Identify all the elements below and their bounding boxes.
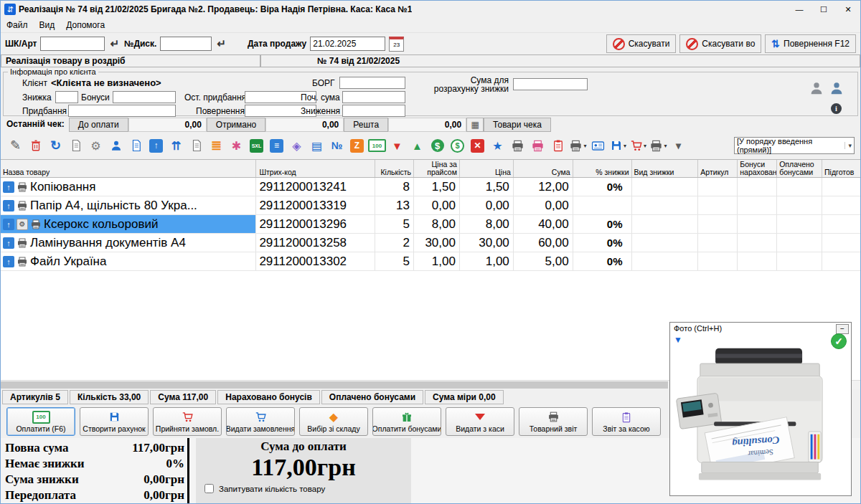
photo-panel: Фото (Ctrl+H) − ▼ ✓ Consulting Seminar	[669, 322, 852, 496]
sort-order-select[interactable]: [У порядку введення (прямий)]	[734, 137, 855, 154]
close-button[interactable]: ✕	[836, 1, 860, 18]
upload-icon[interactable]: ↑	[147, 137, 165, 155]
dollar-outline-icon[interactable]: $	[448, 137, 466, 155]
accept-order-button[interactable]: Прийняти замовл.	[153, 407, 222, 436]
item-name: Файл Україна	[30, 255, 106, 269]
minimize-button[interactable]: —	[787, 1, 811, 18]
settings-icon[interactable]: ⚙	[87, 137, 105, 155]
top-toolbar: ШК/Арт ↵ №Диск. ↵ Дата продажу 23 Скасув…	[1, 33, 860, 54]
menu-help[interactable]: Допомога	[60, 19, 110, 32]
pick-from-stock-button[interactable]: ◆ Вибір зі складу	[299, 407, 368, 436]
photo-download-icon[interactable]: ▼	[674, 335, 682, 345]
scrollbar-thumb[interactable]	[1, 381, 668, 389]
number-icon[interactable]: №	[328, 137, 346, 155]
bonus-field[interactable]	[113, 91, 176, 103]
print-report-menu-icon[interactable]	[649, 137, 667, 155]
cash-register-report-button[interactable]: Звіт за касою	[592, 407, 661, 436]
client-male-icon[interactable]	[809, 80, 824, 96]
tags-icon[interactable]: ◈	[288, 137, 306, 155]
row-upload-icon: ↑	[3, 237, 14, 249]
printer-icon	[547, 411, 560, 423]
item-qty: 5	[375, 252, 414, 270]
pay-button[interactable]: 100 Оплатити (F6)	[6, 407, 75, 436]
cancel-x-icon[interactable]: ✕	[469, 137, 486, 155]
refresh-icon[interactable]: ↻	[47, 137, 65, 155]
col-discount-type: Вид знижки	[632, 160, 699, 177]
journal-icon[interactable]	[67, 137, 85, 155]
save-menu-icon[interactable]	[609, 137, 627, 155]
cash-out-icon[interactable]: ▼	[388, 137, 406, 155]
row-printer-icon	[17, 237, 28, 249]
client-card-icon[interactable]	[589, 137, 607, 155]
table-row[interactable]: ↑ Папір А4, щільність 80 Укра... 2911200…	[1, 196, 860, 215]
star-burst-icon[interactable]: ✱	[227, 137, 245, 155]
discount-sum-value: 0,00грн	[144, 472, 184, 488]
menu-view[interactable]: Вид	[34, 19, 61, 32]
maximize-button[interactable]: ☐	[811, 1, 836, 18]
photo-minimize-button[interactable]: −	[836, 324, 849, 334]
goods-report-button[interactable]: Товарний звіт	[519, 407, 588, 436]
excel-export-icon[interactable]: SXL	[248, 137, 265, 155]
item-barcode: 2911200013302	[256, 252, 375, 270]
pay-bonuses-button[interactable]: Оплатити бонусами	[372, 407, 441, 436]
documents-icon[interactable]: ▤	[308, 137, 326, 155]
reduction-field[interactable]	[342, 105, 405, 117]
print-label-icon[interactable]	[529, 137, 547, 155]
window-title: Реалізація № 74 від 21/02/2025 Бригада №…	[19, 4, 412, 14]
cancel-icon	[686, 38, 698, 50]
item-name: Ламінування документів А4	[30, 236, 186, 250]
tasks-icon[interactable]	[549, 137, 567, 155]
return-f12-button[interactable]: ⇅ Повернення F12	[765, 34, 856, 53]
dollar-icon[interactable]: $	[428, 137, 446, 155]
delete-icon[interactable]	[27, 137, 44, 155]
cancel-return-button[interactable]: Скасувати во	[679, 34, 761, 53]
debt-field[interactable]	[339, 77, 405, 89]
issue-order-button[interactable]: Видати замовлення	[226, 407, 295, 436]
discount-card-input[interactable]	[160, 37, 212, 51]
create-invoice-button[interactable]: Створити рахунок	[80, 407, 149, 436]
sale-date-input[interactable]	[310, 37, 385, 51]
item-discount: 0%	[573, 252, 632, 270]
product-photo-printer: Consulting Seminar	[674, 344, 847, 493]
banknote-icon[interactable]: 100	[368, 137, 386, 155]
table-row[interactable]: ↑ Ламінування документів А4 291120001325…	[1, 234, 860, 252]
purchases-field[interactable]	[68, 105, 176, 117]
check-items-button[interactable]: Товари чека	[484, 118, 551, 132]
menu-file[interactable]: Файл	[1, 19, 34, 32]
calendar-icon[interactable]: 23	[389, 37, 404, 52]
col-name: Назва товару	[1, 160, 256, 177]
discount-field[interactable]	[55, 91, 78, 103]
new-document-icon[interactable]	[127, 137, 145, 155]
list-icon[interactable]: ≡	[268, 137, 286, 155]
client-female-icon[interactable]	[829, 80, 844, 96]
edit-icon[interactable]: ✎	[6, 137, 24, 155]
client-icon[interactable]	[107, 137, 125, 155]
status-sum: Сума 117,00	[150, 390, 216, 404]
sku-input[interactable]	[40, 37, 105, 51]
cancel-icon	[613, 38, 625, 50]
table-row[interactable]: ↑ Файл Україна 2911200013302 5 1,00 1,00…	[1, 252, 860, 271]
status-articles: Артикулів 5	[2, 390, 68, 404]
z-report-icon[interactable]: Z	[348, 137, 366, 155]
discount-calc-field[interactable]	[513, 78, 588, 90]
ask-quantity-checkbox[interactable]	[204, 484, 214, 493]
print-menu-icon[interactable]	[569, 137, 587, 155]
layers-icon[interactable]: ≣	[207, 137, 225, 155]
col-article: Артикул	[698, 160, 738, 177]
table-row[interactable]: ↑ Копіювання 2911200013241 8 1,50 1,50 1…	[1, 178, 860, 196]
cash-withdraw-button[interactable]: Видати з каси	[446, 407, 514, 436]
print-icon[interactable]	[509, 137, 527, 155]
sort-arrows-icon[interactable]: ⇈	[167, 137, 185, 155]
start-sum-field[interactable]	[342, 91, 405, 103]
row-upload-icon: ↑	[3, 219, 14, 230]
more-menu-icon[interactable]: ▾	[669, 137, 687, 155]
info-icon[interactable]: i	[831, 103, 842, 114]
col-list-price: Ціна за прайсом	[414, 160, 460, 177]
cash-in-icon[interactable]: ▲	[408, 137, 426, 155]
cart-menu-icon[interactable]	[629, 137, 647, 155]
table-row-selected[interactable]: ↑ ⚙ Ксерокс кольоровий 2911200013296 5 8…	[1, 215, 860, 234]
table-header: Назва товару Штрих-код Кількість Ціна за…	[1, 159, 860, 178]
cancel-button[interactable]: Скасувати	[606, 34, 677, 53]
report-document-icon[interactable]	[187, 137, 205, 155]
doc-star-icon[interactable]: ★	[489, 137, 507, 155]
